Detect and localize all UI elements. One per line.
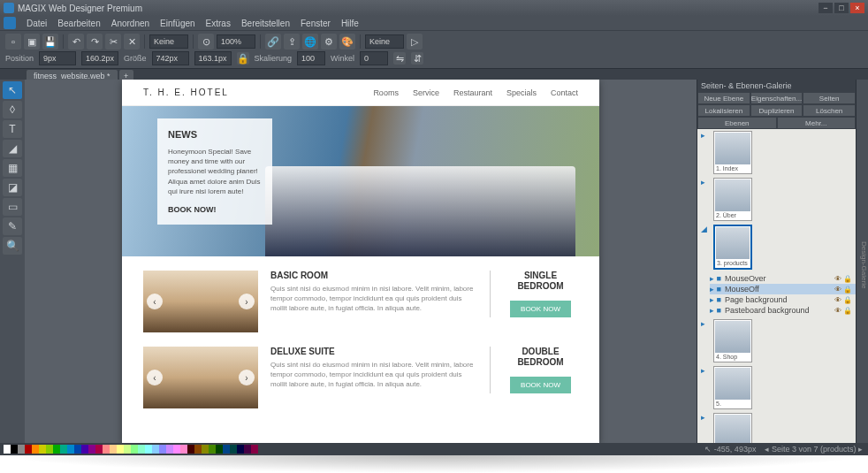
- nav-contact[interactable]: Contact: [551, 88, 578, 97]
- expand-icon[interactable]: ◢: [701, 225, 710, 233]
- duplicate-button[interactable]: Duplizieren: [750, 104, 803, 117]
- swatch[interactable]: [11, 445, 18, 454]
- next-image-icon[interactable]: ›: [239, 370, 255, 385]
- book-basic-button[interactable]: BOOK NOW: [510, 301, 571, 317]
- open-button[interactable]: ▣: [24, 34, 40, 50]
- swatch[interactable]: [88, 445, 95, 454]
- layer-item[interactable]: ▸ ■Page background👁 🔒: [710, 294, 856, 305]
- angle-input[interactable]: [360, 51, 388, 65]
- new-layer-button[interactable]: Neue Ebene: [697, 92, 750, 104]
- swatch[interactable]: [223, 445, 230, 454]
- color-select[interactable]: [149, 34, 188, 49]
- delete-button[interactable]: ✕: [124, 34, 140, 50]
- expand-icon[interactable]: ▸: [701, 178, 710, 187]
- swatch[interactable]: [145, 445, 152, 454]
- selector-tool[interactable]: ↖: [3, 81, 22, 99]
- swatch[interactable]: [18, 445, 25, 454]
- nav-restaurant[interactable]: Restaurant: [453, 88, 492, 97]
- swatch[interactable]: [244, 445, 251, 454]
- brand-icon[interactable]: [4, 17, 16, 29]
- layers-button[interactable]: Ebenen: [697, 117, 777, 129]
- minimize-button[interactable]: −: [819, 3, 833, 13]
- cut-button[interactable]: ✂: [105, 34, 121, 50]
- pos-x-input[interactable]: [39, 51, 76, 65]
- photo-tool[interactable]: ✎: [3, 217, 22, 235]
- more-button[interactable]: Mehr...: [777, 117, 857, 129]
- palette-icon[interactable]: 🎨: [339, 34, 355, 50]
- swatch[interactable]: [103, 445, 110, 454]
- menu-hilfe[interactable]: Hilfe: [341, 19, 359, 28]
- menu-datei[interactable]: Datei: [27, 19, 47, 28]
- prev-image-icon[interactable]: ‹: [147, 294, 163, 309]
- width-input[interactable]: [152, 51, 189, 65]
- room-basic-image[interactable]: ‹ ›: [143, 271, 258, 332]
- swatch[interactable]: [216, 445, 223, 454]
- zoom-input[interactable]: [217, 34, 255, 49]
- flip-h-icon[interactable]: ⇋: [393, 52, 406, 65]
- height-input[interactable]: [194, 51, 232, 65]
- book-deluxe-button[interactable]: BOOK NOW: [510, 377, 571, 393]
- gear-icon[interactable]: ⚙: [321, 34, 337, 50]
- menu-extras[interactable]: Extras: [206, 19, 231, 28]
- link-button[interactable]: 🔗: [265, 34, 281, 50]
- new-button[interactable]: ▫: [5, 34, 21, 50]
- swatch[interactable]: [32, 445, 39, 454]
- shadow-tool[interactable]: ◪: [3, 179, 22, 196]
- swatch[interactable]: [251, 445, 258, 454]
- undo-button[interactable]: ↶: [68, 34, 84, 50]
- swatch[interactable]: [138, 445, 145, 454]
- next-image-icon[interactable]: ›: [239, 294, 255, 309]
- delete-layer-button[interactable]: Löschen: [803, 104, 856, 117]
- swatch[interactable]: [4, 445, 11, 454]
- nav-service[interactable]: Service: [413, 88, 439, 97]
- swatch[interactable]: [173, 445, 180, 454]
- room-deluxe-image[interactable]: ‹ ›: [143, 347, 258, 408]
- scale-input[interactable]: [297, 51, 325, 65]
- expand-icon[interactable]: ▸: [701, 413, 710, 422]
- swatch[interactable]: [46, 445, 53, 454]
- page-thumb-3[interactable]: ◢3. products: [697, 223, 856, 271]
- swatch[interactable]: [110, 445, 117, 454]
- swatch[interactable]: [67, 445, 74, 454]
- swatch[interactable]: [180, 445, 187, 454]
- save-button[interactable]: 💾: [42, 34, 58, 50]
- page-thumb-1[interactable]: ▸1. Index: [697, 129, 856, 176]
- swatch[interactable]: [230, 445, 237, 454]
- page-thumb-2[interactable]: ▸2. Über: [697, 176, 856, 223]
- expand-icon[interactable]: ▸: [701, 366, 710, 375]
- menu-bearbeiten[interactable]: Bearbeiten: [57, 19, 100, 28]
- swatch[interactable]: [74, 445, 81, 454]
- properties-button[interactable]: Eigenschaften...: [750, 92, 803, 104]
- swatch[interactable]: [81, 445, 88, 454]
- swatch[interactable]: [25, 445, 32, 454]
- rectangle-tool[interactable]: ▭: [3, 198, 22, 216]
- page-thumb-4[interactable]: ▸4. Shop: [697, 317, 856, 364]
- localize-button[interactable]: Lokalisieren: [697, 104, 750, 117]
- prev-image-icon[interactable]: ‹: [147, 370, 163, 385]
- nav-specials[interactable]: Specials: [506, 88, 537, 97]
- menu-fenster[interactable]: Fenster: [301, 19, 331, 28]
- fill-select[interactable]: [365, 34, 404, 49]
- page-thumb-6[interactable]: ▸6. Galerie: [697, 411, 856, 443]
- swatch[interactable]: [187, 445, 194, 454]
- swatch[interactable]: [124, 445, 131, 454]
- swatch[interactable]: [202, 445, 209, 454]
- swatch[interactable]: [131, 445, 138, 454]
- layer-item[interactable]: ▸ ■MouseOff👁 🔒: [710, 284, 856, 294]
- fill-tool[interactable]: ◢: [3, 140, 22, 157]
- swatch[interactable]: [237, 445, 244, 454]
- export-button[interactable]: ⇪: [284, 34, 300, 50]
- flip-v-icon[interactable]: ⇵: [411, 52, 423, 65]
- layer-item[interactable]: ▸ ■MouseOver👁 🔒: [710, 273, 856, 284]
- right-sidebar[interactable]: Design-Galerie: [856, 80, 868, 443]
- menu-anordnen[interactable]: Anordnen: [111, 19, 149, 28]
- page-thumb-5[interactable]: ▸5.: [697, 364, 856, 411]
- transparency-tool[interactable]: ▦: [3, 159, 22, 177]
- play-button[interactable]: ▷: [407, 34, 423, 50]
- pages-button[interactable]: Seiten: [803, 92, 856, 104]
- expand-icon[interactable]: ▸: [701, 131, 710, 140]
- swatch[interactable]: [159, 445, 166, 454]
- menu-bereitstellen[interactable]: Bereitstellen: [241, 19, 290, 28]
- swatch[interactable]: [95, 445, 103, 454]
- swatch[interactable]: [53, 445, 60, 454]
